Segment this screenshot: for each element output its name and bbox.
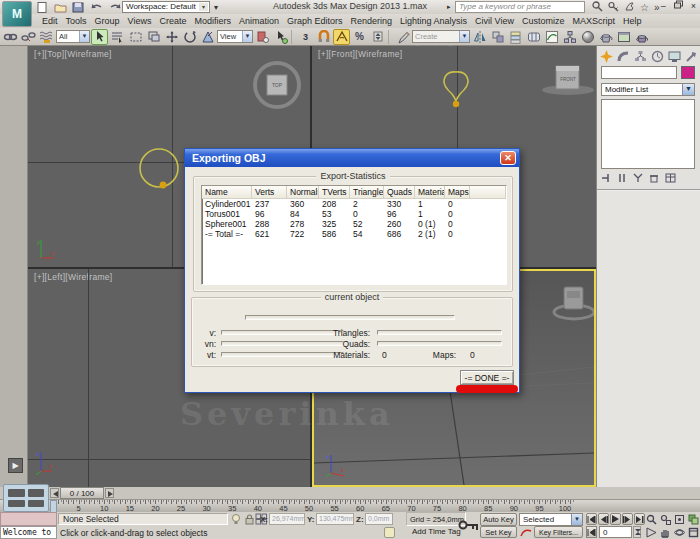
select-and-link-icon[interactable] xyxy=(2,29,19,45)
render-production-icon[interactable] xyxy=(633,29,650,45)
spinner-snap-toggle-icon[interactable] xyxy=(369,29,386,45)
frame-spinner[interactable] xyxy=(633,526,641,538)
graphite-ribbon-icon[interactable] xyxy=(525,29,542,45)
frame-number-field[interactable]: 0 xyxy=(599,526,632,538)
motion-tab-icon[interactable] xyxy=(650,49,665,63)
max-logo[interactable]: M xyxy=(2,1,32,27)
next-frame-button[interactable] xyxy=(622,513,633,525)
menu-create[interactable]: Create xyxy=(155,16,190,26)
field-of-view-icon[interactable] xyxy=(645,526,659,539)
utilities-tab-icon[interactable] xyxy=(684,49,699,63)
menu-rendering[interactable]: Rendering xyxy=(347,16,397,26)
make-unique-icon[interactable] xyxy=(633,173,643,185)
object-color-swatch[interactable] xyxy=(681,66,695,79)
column-header-materials[interactable]: Materials xyxy=(415,186,445,198)
column-header-quads[interactable]: Quads xyxy=(384,186,415,198)
selection-filter-dropdown[interactable]: All▼ xyxy=(56,30,90,43)
menu-modifiers[interactable]: Modifiers xyxy=(190,16,235,26)
select-by-name-icon[interactable] xyxy=(109,29,126,45)
select-and-scale-icon[interactable] xyxy=(199,29,216,45)
add-time-tag[interactable]: Add Time Tag xyxy=(398,526,464,539)
x-coordinate-field[interactable]: 26,974mm xyxy=(269,513,305,525)
search-arrow-icon[interactable]: ▸ xyxy=(447,3,451,11)
menu-help[interactable]: Help xyxy=(619,16,646,26)
y-coordinate-field[interactable]: 130,475mm xyxy=(316,513,354,525)
viewport-layout-button[interactable] xyxy=(3,484,49,512)
select-and-manipulate-icon[interactable] xyxy=(272,29,289,45)
pan-hand-icon[interactable] xyxy=(659,526,673,539)
menu-views[interactable]: Views xyxy=(124,16,156,26)
modifier-stack-listbox[interactable] xyxy=(601,99,695,169)
done-button[interactable]: -= DONE =- xyxy=(460,370,514,385)
column-header-triangles[interactable]: Triangles xyxy=(350,186,384,198)
go-to-end-button[interactable] xyxy=(634,513,645,525)
select-and-move-icon[interactable] xyxy=(163,29,180,45)
time-slider-handle[interactable]: 0 / 100 xyxy=(60,487,104,499)
create-tab-icon[interactable] xyxy=(599,49,614,63)
object-name-field[interactable] xyxy=(601,66,677,79)
use-pivot-point-icon[interactable] xyxy=(254,29,271,45)
material-editor-icon[interactable] xyxy=(579,29,596,45)
orbit-icon[interactable] xyxy=(673,526,687,539)
menu-maxscript[interactable]: MAXScript xyxy=(568,16,619,26)
column-header-verts[interactable]: Verts xyxy=(252,186,287,198)
angle-snap-toggle-icon[interactable] xyxy=(333,29,350,45)
favorites-star-icon[interactable]: ☆ xyxy=(640,2,649,13)
rendered-frame-window-icon[interactable] xyxy=(615,29,632,45)
viewport-left-label[interactable]: [+][Left][Wireframe] xyxy=(34,272,113,282)
column-header-name[interactable]: Name xyxy=(202,186,252,198)
auto-key-button[interactable]: Auto Key xyxy=(480,513,517,526)
flyout-expand-button[interactable]: ▶ xyxy=(8,458,23,473)
z-coordinate-field[interactable]: 0,0mm xyxy=(365,513,393,525)
minimize-button[interactable]: – xyxy=(661,1,666,11)
align-icon[interactable] xyxy=(489,29,506,45)
search-input[interactable]: Type a keyword or phrase xyxy=(455,1,585,13)
set-key-button[interactable]: Set Key xyxy=(480,526,517,538)
layer-manager-icon[interactable] xyxy=(507,29,524,45)
restore-button[interactable] xyxy=(674,0,683,11)
named-selection-sets-dropdown[interactable]: Create Selection S▼ xyxy=(412,30,470,43)
zoom-all-icon[interactable] xyxy=(659,513,673,526)
column-header-tverts[interactable]: TVerts xyxy=(319,186,350,198)
previous-frame-arrow[interactable] xyxy=(50,488,59,498)
dialog-title-bar[interactable]: Exporting OBJ xyxy=(185,149,519,167)
hierarchy-tab-icon[interactable] xyxy=(633,49,648,63)
maxscript-mini-listener[interactable]: Welcome to xyxy=(0,526,57,539)
previous-frame-button[interactable] xyxy=(598,513,609,525)
rectangular-selection-region-icon[interactable] xyxy=(127,29,144,45)
viewport-front-label[interactable]: [+][Front][Wireframe] xyxy=(318,49,402,59)
key-icon[interactable] xyxy=(608,1,619,14)
curve-editor-icon[interactable] xyxy=(543,29,560,45)
key-mode-toggle[interactable] xyxy=(586,526,597,538)
configure-modifier-sets-icon[interactable] xyxy=(665,173,676,185)
select-object-icon[interactable] xyxy=(91,29,108,45)
snaps-toggle-icon[interactable] xyxy=(315,29,332,45)
menu-civil-view[interactable]: Civil View xyxy=(471,16,518,26)
close-button[interactable]: × xyxy=(691,1,696,11)
go-to-start-button[interactable] xyxy=(586,513,597,525)
menu-graph-editors[interactable]: Graph Editors xyxy=(283,16,347,26)
menu-lighting-analysis[interactable]: Lighting Analysis xyxy=(396,16,471,26)
percent-snap-toggle-icon[interactable]: % xyxy=(351,29,368,45)
key-filters-button[interactable]: Key Filters... xyxy=(534,526,583,538)
reference-coordinate-dropdown[interactable]: View▼ xyxy=(217,30,253,43)
search-icon[interactable] xyxy=(592,1,603,14)
keyboard-shortcut-override-icon[interactable]: 3 xyxy=(297,29,314,45)
render-setup-icon[interactable] xyxy=(597,29,614,45)
dialog-close-button[interactable]: ✕ xyxy=(500,151,516,165)
bind-to-spacewarp-icon[interactable] xyxy=(38,29,55,45)
modifier-list-dropdown[interactable]: Modifier List▼ xyxy=(601,83,695,96)
window-crossing-icon[interactable] xyxy=(145,29,162,45)
edit-named-selections-icon[interactable] xyxy=(394,29,411,45)
schematic-view-icon[interactable] xyxy=(561,29,578,45)
menu-edit[interactable]: Edit xyxy=(38,16,62,26)
selected-object-front[interactable] xyxy=(436,68,482,124)
scene-object[interactable] xyxy=(552,283,596,323)
menu-group[interactable]: Group xyxy=(91,16,124,26)
zoom-extents-all-icon[interactable] xyxy=(686,513,700,526)
select-and-rotate-icon[interactable] xyxy=(181,29,198,45)
column-header-normals[interactable]: Normals xyxy=(287,186,319,198)
mirror-icon[interactable] xyxy=(471,29,488,45)
pin-stack-icon[interactable] xyxy=(601,173,611,185)
communication-icon[interactable] xyxy=(624,1,635,14)
